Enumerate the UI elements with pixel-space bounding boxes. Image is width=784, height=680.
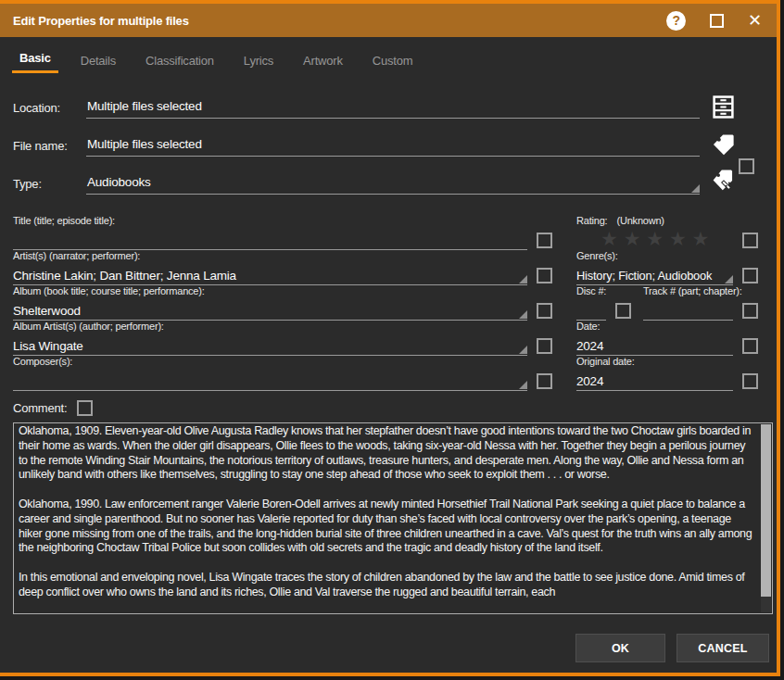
rating-checkbox[interactable] (742, 233, 758, 248)
file-name-input[interactable]: Multiple files selected (86, 134, 700, 157)
album-checkbox[interactable] (537, 303, 552, 319)
album-artist-checkbox[interactable] (537, 338, 552, 354)
genre-field: Genre(s): History; Fiction; Audiobook (576, 250, 758, 285)
comment-text: Oklahoma, 1909. Eleven-year-old Olive Au… (19, 424, 755, 613)
date-field: Date: 2024 (576, 321, 758, 356)
tab-custom[interactable]: Custom (365, 54, 421, 73)
album-artist-label: Album Artist(s) (author; performer): (13, 321, 552, 332)
original-date-input[interactable]: 2024 (576, 371, 733, 391)
rating-field: Rating: (Unknown) ★ ★ ★ ★ ★ (576, 215, 758, 250)
rating-status: (Unknown) (616, 215, 664, 226)
maximize-icon[interactable] (710, 14, 724, 28)
help-glyph: ? (672, 13, 679, 28)
help-icon[interactable]: ? (666, 11, 686, 31)
file-cabinet-icon[interactable] (712, 95, 735, 119)
star-icon[interactable]: ★ (692, 230, 710, 248)
comment-scrollbar-thumb[interactable] (761, 424, 771, 597)
star-icon[interactable]: ★ (601, 230, 618, 248)
cancel-button[interactable]: CANCEL (677, 634, 769, 662)
tag-icon[interactable] (712, 132, 736, 157)
rating-label: Rating: (576, 215, 607, 226)
edit-properties-dialog: Edit Properties for multiple files ? ✕ B… (0, 0, 780, 676)
title-field: Title (title; episode title): (13, 215, 552, 250)
basic-tab-panel: Location: Multiple files selected File n… (0, 80, 777, 662)
file-name-row: File name: Multiple files selected (13, 134, 777, 157)
track-label: Track # (part; chapter): (643, 285, 758, 296)
close-icon[interactable]: ✕ (748, 12, 762, 29)
title-checkbox[interactable] (537, 233, 552, 248)
star-icon[interactable]: ★ (669, 230, 687, 248)
tab-classification[interactable]: Classification (138, 54, 221, 73)
album-artist-field: Album Artist(s) (author; performer): Lis… (13, 321, 552, 356)
rating-stars: ★ ★ ★ ★ ★ (601, 230, 709, 248)
original-date-checkbox[interactable] (742, 373, 758, 389)
composer-checkbox[interactable] (537, 373, 552, 389)
title-bar: Edit Properties for multiple files ? ✕ (0, 4, 777, 37)
tab-lyrics[interactable]: Lyrics (236, 54, 281, 73)
date-checkbox[interactable] (742, 338, 758, 354)
track-field: Track # (part; chapter): (643, 285, 758, 321)
disc-checkbox[interactable] (615, 303, 631, 319)
genre-label: Genre(s): (576, 250, 758, 261)
comment-label: Comment: (13, 401, 67, 415)
location-row: Location: Multiple files selected (13, 96, 777, 119)
artist-checkbox[interactable] (537, 268, 552, 283)
tab-basic[interactable]: Basic (12, 51, 58, 73)
type-row: Type: Audiobooks (13, 172, 777, 195)
artist-label: Artist(s) (narrator; performer): (13, 250, 552, 261)
composer-field: Composer(s): (13, 356, 552, 391)
genre-checkbox[interactable] (742, 268, 758, 283)
title-input[interactable] (13, 230, 527, 250)
titlebar-buttons: ? ✕ (666, 11, 762, 31)
location-input[interactable]: Multiple files selected (86, 96, 700, 119)
location-label: Location: (13, 101, 86, 119)
album-label: Album (book title; course title; perform… (13, 285, 552, 296)
tab-bar: Basic Details Classification Lyrics Artw… (0, 37, 777, 80)
album-artist-input[interactable]: Lisa Wingate (13, 335, 527, 356)
title-label: Title (title; episode title): (13, 215, 552, 226)
original-date-field: Original date: 2024 (576, 356, 758, 391)
type-select[interactable]: Audiobooks (86, 172, 700, 195)
artist-field: Artist(s) (narrator; performer): Christi… (13, 250, 552, 285)
artist-input[interactable]: Christine Lakin; Dan Bittner; Jenna Lami… (13, 265, 527, 285)
type-checkbox[interactable] (739, 158, 754, 174)
disc-field: Disc #: (576, 285, 638, 321)
file-name-label: File name: (13, 139, 86, 157)
star-icon[interactable]: ★ (646, 230, 664, 248)
date-input[interactable]: 2024 (576, 335, 733, 356)
auto-tag-icon[interactable] (712, 169, 738, 195)
track-input[interactable] (643, 300, 733, 321)
disc-input[interactable] (576, 300, 606, 321)
composer-input[interactable] (13, 371, 527, 391)
track-checkbox[interactable] (742, 303, 758, 319)
disc-label: Disc #: (576, 285, 638, 296)
tab-artwork[interactable]: Artwork (296, 54, 350, 73)
comment-textarea[interactable]: Oklahoma, 1909. Eleven-year-old Olive Au… (13, 422, 773, 614)
comment-checkbox[interactable] (77, 400, 93, 416)
album-input[interactable]: Shelterwood (13, 300, 527, 321)
date-label: Date: (576, 321, 758, 332)
comment-scrollbar[interactable] (761, 424, 771, 612)
star-icon[interactable]: ★ (624, 230, 641, 248)
composer-label: Composer(s): (13, 356, 552, 367)
tab-details[interactable]: Details (73, 54, 123, 73)
original-date-label: Original date: (576, 356, 758, 367)
ok-button[interactable]: OK (575, 634, 665, 662)
type-label: Type: (13, 177, 86, 195)
album-field: Album (book title; course title; perform… (13, 285, 552, 321)
genre-input[interactable]: History; Fiction; Audiobook (576, 265, 733, 285)
window-title: Edit Properties for multiple files (13, 14, 189, 28)
